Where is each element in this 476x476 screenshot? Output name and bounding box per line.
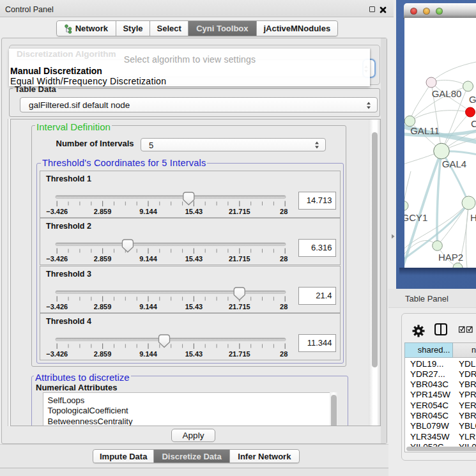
svg-text:2.859: 2.859	[94, 349, 112, 357]
svg-text:GAL11: GAL11	[410, 125, 440, 136]
svg-text:9.144: 9.144	[139, 302, 157, 310]
svg-text:15.43: 15.43	[185, 349, 203, 357]
svg-text:GCY1: GCY1	[404, 212, 427, 223]
svg-text:H: H	[470, 212, 476, 223]
svg-text:−3.426: −3.426	[46, 208, 68, 215]
svg-text:2.859: 2.859	[94, 255, 112, 263]
svg-text:21.715: 21.715	[229, 302, 250, 310]
svg-text:9.144: 9.144	[139, 349, 157, 357]
svg-text:GAL80: GAL80	[432, 88, 462, 99]
svg-text:28: 28	[280, 255, 288, 263]
svg-text:G.: G.	[469, 94, 476, 105]
svg-text:−3.426: −3.426	[46, 349, 68, 357]
svg-text:2.859: 2.859	[94, 302, 112, 310]
svg-text:21.715: 21.715	[229, 349, 250, 357]
svg-text:21.715: 21.715	[229, 255, 250, 263]
svg-text:−3.426: −3.426	[46, 302, 68, 310]
svg-text:−3.426: −3.426	[46, 255, 68, 263]
svg-text:C: C	[471, 118, 476, 129]
svg-text:21.715: 21.715	[229, 208, 250, 215]
svg-text:GAL4: GAL4	[442, 158, 466, 169]
svg-text:15.43: 15.43	[185, 302, 203, 310]
svg-text:9.144: 9.144	[139, 255, 157, 263]
svg-text:15.43: 15.43	[185, 255, 203, 263]
svg-text:2.859: 2.859	[94, 208, 112, 215]
svg-text:28: 28	[280, 302, 288, 310]
svg-text:15.43: 15.43	[185, 208, 203, 215]
svg-text:9.144: 9.144	[139, 208, 157, 215]
svg-text:28: 28	[280, 208, 288, 215]
svg-text:28: 28	[280, 349, 288, 357]
svg-text:HAP2: HAP2	[438, 252, 463, 263]
